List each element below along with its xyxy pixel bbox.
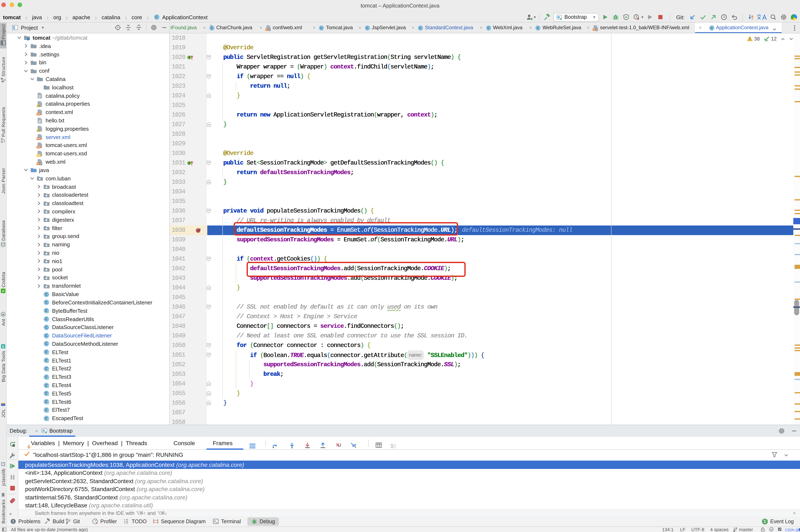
- svg-text:C: C: [156, 15, 158, 19]
- svg-text:C: C: [320, 26, 323, 30]
- svg-text:C: C: [537, 26, 539, 30]
- svg-text:C: C: [45, 292, 48, 297]
- svg-text:<>: <>: [37, 146, 40, 149]
- svg-text:C: C: [710, 26, 713, 30]
- svg-text:<: <: [266, 28, 267, 31]
- svg-text:<>: <>: [37, 137, 40, 140]
- svg-text:<>: <>: [37, 112, 40, 115]
- svg-text:C: C: [45, 301, 48, 305]
- svg-text:C: C: [419, 26, 421, 30]
- svg-text:<: <: [37, 162, 39, 165]
- svg-text:C: C: [45, 342, 48, 346]
- svg-text:C: C: [45, 334, 48, 338]
- svg-text:D: D: [2, 345, 4, 348]
- svg-text:XS: XS: [37, 154, 40, 157]
- svg-text:<: <: [593, 28, 595, 31]
- svg-text:C: C: [45, 317, 48, 321]
- svg-text:C: C: [366, 26, 368, 30]
- svg-text:C: C: [211, 26, 213, 30]
- svg-text:C: C: [45, 325, 48, 329]
- svg-text:C: C: [487, 26, 490, 30]
